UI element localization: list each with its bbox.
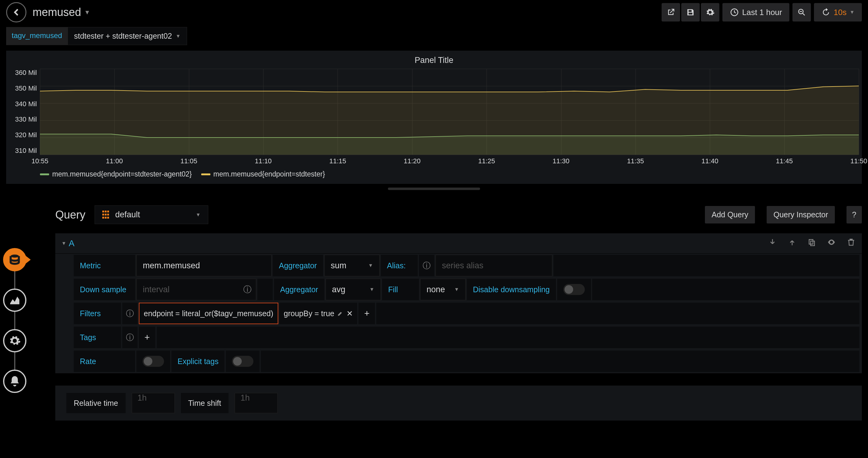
filter-chip[interactable]: endpoint = literal_or($tagv_memused): [139, 303, 278, 324]
filter-groupby[interactable]: groupBy = true ✕: [279, 303, 358, 324]
editor-tabs: [3, 239, 26, 401]
disable-downsampling-label: Disable downsampling: [467, 279, 556, 300]
add-query-button[interactable]: Add Query: [705, 206, 755, 224]
refresh-button[interactable]: 10s ▼: [814, 3, 862, 22]
panel: Panel Title 360 Mil350 Mil340 Mil330 Mil…: [6, 51, 862, 184]
time-range-button[interactable]: Last 1 hour: [722, 3, 789, 22]
template-var-value: stdtester + stdtester-agent02: [74, 32, 172, 40]
aggregator2-label: Aggregator: [274, 279, 324, 300]
settings-button[interactable]: [701, 3, 719, 22]
aggregator2-select[interactable]: avg▼: [326, 279, 381, 300]
svg-point-4: [11, 255, 19, 258]
copy-icon: [807, 238, 816, 247]
query-inspector-button[interactable]: Query Inspector: [767, 206, 835, 224]
clock-icon: [730, 8, 739, 17]
filters-info[interactable]: ⓘ: [122, 303, 137, 324]
query-letter: A: [69, 238, 75, 248]
disable-downsampling-toggle[interactable]: [557, 279, 591, 300]
toggle-visibility-button[interactable]: [827, 238, 836, 249]
filters-label: Filters: [74, 303, 121, 324]
delete-button[interactable]: [846, 238, 856, 249]
alias-label: Alias:: [381, 255, 418, 276]
downsample-label: Down sample: [74, 279, 135, 300]
caret-down-icon: ▼: [176, 33, 181, 39]
alias-info[interactable]: ⓘ: [419, 255, 434, 276]
y-axis: 360 Mil350 Mil340 Mil330 Mil320 Mil310 M…: [9, 69, 40, 155]
fill-select[interactable]: none▼: [420, 279, 466, 300]
duplicate-button[interactable]: [807, 238, 816, 249]
arrow-down-icon: [768, 238, 777, 247]
add-filter-button[interactable]: +: [359, 303, 375, 324]
relative-time-input[interactable]: [132, 393, 175, 413]
zoom-out-button[interactable]: [793, 3, 811, 22]
caret-down-icon: ▼: [84, 9, 90, 16]
pencil-icon: [337, 310, 343, 317]
aggregator-select[interactable]: sum▼: [324, 255, 380, 276]
caret-down-icon: ▼: [368, 263, 373, 268]
eye-icon: [827, 238, 836, 247]
rate-toggle[interactable]: [136, 351, 170, 372]
relative-time-label: Relative time: [66, 393, 126, 413]
time-range-label: Last 1 hour: [742, 8, 782, 17]
alias-input[interactable]: [436, 255, 552, 276]
trash-icon: [846, 238, 856, 247]
refresh-icon: [821, 8, 831, 17]
move-up-button[interactable]: [787, 238, 797, 249]
tags-label: Tags: [74, 327, 121, 348]
time-options: Relative time Time shift: [55, 386, 862, 421]
time-shift-label: Time shift: [181, 393, 228, 413]
gear-icon: [9, 335, 21, 347]
fill-label: Fill: [382, 279, 419, 300]
caret-down-icon: ▼: [849, 9, 855, 15]
metric-input[interactable]: mem.memused: [136, 255, 272, 276]
save-button[interactable]: [681, 3, 700, 22]
arrow-up-icon: [787, 238, 797, 247]
datasource-name: default: [115, 210, 140, 220]
datasource-icon: [102, 210, 111, 219]
chart-plot[interactable]: [40, 69, 859, 155]
explicit-tags-label: Explicit tags: [172, 351, 224, 372]
legend-item[interactable]: mem.memused{endpoint=stdtester-agent02}: [40, 170, 192, 178]
help-button[interactable]: ?: [846, 206, 862, 224]
time-shift-input[interactable]: [235, 393, 278, 413]
chart-icon: [9, 294, 21, 306]
dashboard-title: memused: [33, 6, 81, 19]
caret-down-icon: ▼: [454, 287, 459, 292]
arrow-left-icon: [10, 6, 22, 18]
query-header[interactable]: ▼ A: [55, 233, 862, 254]
panel-resize-handle[interactable]: [388, 188, 480, 190]
move-down-button[interactable]: [768, 238, 777, 249]
rate-label: Rate: [74, 351, 135, 372]
caret-down-icon: ▼: [61, 241, 66, 246]
legend-item[interactable]: mem.memused{endpoint=stdtester}: [201, 170, 325, 178]
panel-title: Panel Title: [9, 54, 859, 69]
datasource-picker[interactable]: default ▼: [95, 205, 208, 224]
svg-marker-3: [40, 86, 859, 155]
tags-info[interactable]: ⓘ: [122, 327, 137, 348]
chart-legend: mem.memused{endpoint=stdtester-agent02}m…: [40, 164, 859, 178]
explicit-tags-toggle[interactable]: [226, 351, 259, 372]
gear-icon: [706, 8, 715, 17]
save-icon: [686, 8, 695, 17]
metric-label: Metric: [74, 255, 135, 276]
aggregator-label: Aggregator: [273, 255, 323, 276]
x-axis: 10:5511:0011:0511:1011:1511:2011:2511:30…: [40, 155, 859, 164]
tab-general[interactable]: [3, 329, 26, 352]
template-var-label: tagv_memused: [6, 27, 68, 45]
template-var-dropdown[interactable]: stdtester + stdtester-agent02 ▼: [68, 27, 187, 45]
remove-filter-button[interactable]: ✕: [346, 309, 353, 318]
tab-visualization[interactable]: [3, 289, 26, 312]
dashboard-title-dropdown[interactable]: memused ▼: [33, 6, 90, 19]
back-button[interactable]: [6, 2, 26, 23]
zoom-out-icon: [797, 8, 806, 17]
caret-down-icon: ▼: [196, 212, 200, 218]
downsample-input[interactable]: ⓘ: [136, 279, 256, 300]
bell-icon: [9, 375, 21, 387]
add-tag-button[interactable]: +: [139, 327, 155, 348]
tab-alert[interactable]: [3, 369, 26, 393]
downsample-info[interactable]: [257, 279, 273, 300]
database-icon: [9, 254, 21, 266]
editor-title: Query: [55, 208, 85, 221]
share-button[interactable]: [661, 3, 680, 22]
tab-queries[interactable]: [3, 248, 26, 271]
